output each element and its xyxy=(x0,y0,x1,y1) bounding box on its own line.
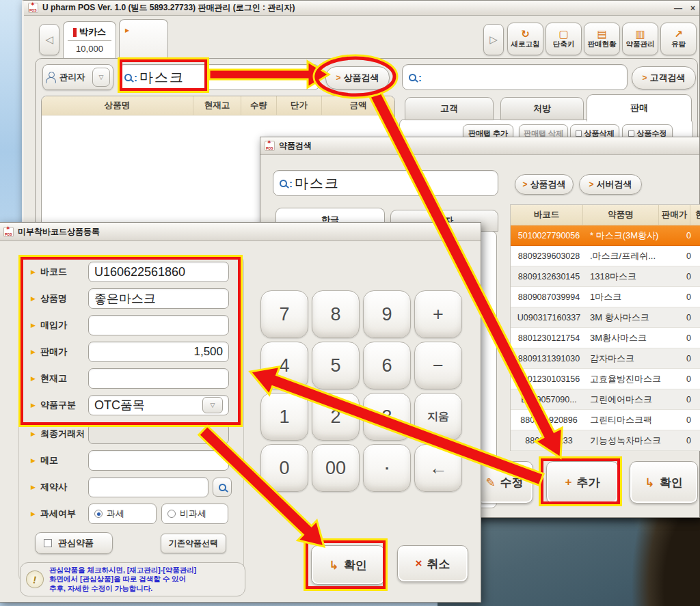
tab-nav-left-button[interactable]: ◁ xyxy=(39,24,59,55)
field-row-8: ▶메모 xyxy=(31,450,237,471)
pharma-search-button[interactable] xyxy=(213,478,232,497)
customer-search-input[interactable]: : xyxy=(402,64,628,90)
drug-search-input[interactable]: : 마스크 xyxy=(273,170,498,196)
chevron-down-icon[interactable]: ▽ xyxy=(92,68,110,87)
drug-list-row[interactable]: 88090870399941마스크0 xyxy=(511,287,700,307)
search-colon: : xyxy=(289,178,293,189)
drug-name: 3M황사마스크 xyxy=(587,332,668,344)
drug-manage-button[interactable]: ▥약품관리 xyxy=(622,23,658,55)
drug-dialog-title-bar: 약품검색 xyxy=(260,137,699,155)
edit-button[interactable]: ✎수정 xyxy=(476,461,533,504)
product-search-button[interactable]: > 상품검색 xyxy=(325,66,390,89)
footer-button-label: 추가 xyxy=(576,475,600,491)
keypad-key-0[interactable]: 0 xyxy=(260,444,308,492)
drug-list-row[interactable]: 8809134233기능성녹차마스크0 xyxy=(511,430,700,451)
field-input[interactable]: U160622561860 xyxy=(88,262,229,282)
drug-barcode: 5010027790056 xyxy=(511,231,587,240)
drug-list-row[interactable]: 8809239603028.마스크/프레쉬...0 xyxy=(511,246,700,266)
field-input[interactable]: 좋은마스크 xyxy=(88,288,229,309)
field-input[interactable] xyxy=(88,424,229,444)
tab-red-bar xyxy=(73,28,77,37)
desktop: U pharm POS Ver. 1.0 (빌드 5893.27733) 판매관… xyxy=(0,0,700,606)
arrow-right-icon: ▷ xyxy=(489,33,498,46)
field-label: 판매가 xyxy=(40,346,88,358)
minimize-button[interactable]: — xyxy=(674,3,682,13)
drug-list-row[interactable]: U0903171603373M 황사마스크0 xyxy=(511,307,700,328)
drug-list-row[interactable]: 88091326301451318마스크0 xyxy=(511,266,700,287)
keypad-key-▪[interactable]: ▪ xyxy=(363,444,411,492)
keypad-key-←[interactable]: ← xyxy=(414,444,462,492)
shortcut-button[interactable]: ▢단축키 xyxy=(546,23,582,55)
field-input[interactable]: OTC품목▽ xyxy=(88,395,229,415)
field-row-10: ▶과세여부과세비과세 xyxy=(31,504,237,524)
drug-name: 1318마스크 xyxy=(587,271,668,283)
drug-list-row[interactable]: 88012301217543M황사마스크0 xyxy=(511,328,700,348)
tab-nav-right-button[interactable]: ▷ xyxy=(483,24,504,55)
customer-search-button[interactable]: > 고객검색 xyxy=(632,66,696,89)
edit-icon: ✎ xyxy=(485,476,495,490)
drug-price: 0 xyxy=(668,333,699,343)
drug-list-row[interactable]: E809057090...그린에어마스크0 xyxy=(511,389,700,410)
sales-report-icon: ▤ xyxy=(597,29,606,39)
radio-icon xyxy=(94,510,103,518)
product-search-input[interactable]: : 마스크 xyxy=(118,64,320,90)
field-row-3: ▶매입가 xyxy=(31,315,237,335)
keypad-key-3[interactable]: 3 xyxy=(363,393,411,441)
toolbar: ↻새로고침▢단축키▤판매현황▥약품관리↗유팜 xyxy=(507,23,697,55)
radio-taxable[interactable]: 과세 xyxy=(88,504,157,524)
keypad-key-9[interactable]: 9 xyxy=(363,290,411,338)
drug-barcode: 880941920896 xyxy=(511,415,587,425)
field-label: 상품명 xyxy=(40,292,88,305)
interest-drug-checkbox[interactable]: 관심약품 xyxy=(35,532,113,554)
sales-report-button[interactable]: ▤판매현황 xyxy=(584,23,620,55)
footer-button-label: 수정 xyxy=(500,475,524,491)
drug-list-row[interactable]: 8801230103156고효율방진마스크0 xyxy=(511,369,700,389)
keypad-key-7[interactable]: 7 xyxy=(260,290,308,338)
refresh-button[interactable]: ↻새로고침 xyxy=(507,23,543,55)
tab-sales[interactable]: 판매 xyxy=(587,94,692,122)
field-label: 과세여부 xyxy=(40,508,88,520)
drug-list-row[interactable]: 880941920896그린티마스크팩0 xyxy=(511,410,700,430)
keypad-key-−[interactable]: − xyxy=(414,342,462,389)
sale-tab-new[interactable]: ▶ xyxy=(119,19,168,61)
field-input[interactable] xyxy=(88,315,229,335)
field-input[interactable] xyxy=(88,477,208,497)
register-confirm-button[interactable]: ↳ 확인 xyxy=(311,545,385,585)
register-cancel-label: 취소 xyxy=(427,556,450,572)
sale-tab-bacchus[interactable]: 박카스 10,000 xyxy=(63,21,116,61)
arrow-left-icon: ◁ xyxy=(45,33,53,46)
keypad-key-00[interactable]: 00 xyxy=(312,444,360,492)
field-input[interactable] xyxy=(88,450,229,471)
drug-confirm-button[interactable]: ↳확인 xyxy=(630,461,698,504)
chevron-down-icon[interactable]: ▽ xyxy=(202,397,223,413)
keypad-key-5[interactable]: 5 xyxy=(312,342,360,389)
dialog-product-search-button[interactable]: > 상품검색 xyxy=(515,174,574,195)
field-label: 메모 xyxy=(40,454,88,467)
drug-name: 그린티마스크팩 xyxy=(587,414,668,426)
user-select[interactable]: 관리자 ▽ xyxy=(42,64,113,90)
keypad-key-4[interactable]: 4 xyxy=(260,342,308,389)
drug-list-row[interactable]: 8809131391030감자마스크0 xyxy=(511,348,700,369)
search-icon xyxy=(219,484,226,491)
server-search-button[interactable]: > 서버검색 xyxy=(579,174,642,195)
upharm-share-button[interactable]: ↗유팜 xyxy=(660,23,697,55)
keypad-key-지움[interactable]: 지움 xyxy=(414,393,462,441)
keypad-key-8[interactable]: 8 xyxy=(312,290,360,338)
keypad-key-2[interactable]: 2 xyxy=(312,393,360,441)
keypad-key-1[interactable]: 1 xyxy=(260,393,308,441)
checkbox-icon xyxy=(44,539,52,547)
keypad-key-6[interactable]: 6 xyxy=(363,342,411,389)
drug-list-row[interactable]: 5010027790056* 마스크(3M황사)0 xyxy=(511,225,700,246)
existing-drug-select-button[interactable]: 기존약품선택 xyxy=(161,534,226,553)
field-input[interactable]: 1,500 xyxy=(88,342,229,362)
tab-customer[interactable]: 고객 xyxy=(405,97,494,120)
register-cancel-button[interactable]: × 취소 xyxy=(397,545,468,582)
tab-prescription[interactable]: 처방 xyxy=(500,97,584,120)
drug-manage-icon: ▥ xyxy=(635,29,645,39)
close-button[interactable]: × xyxy=(690,3,695,13)
dialog-product-search-label: 상품검색 xyxy=(530,178,566,191)
radio-tax-free[interactable]: 비과세 xyxy=(161,504,228,524)
field-input[interactable] xyxy=(88,368,229,389)
keypad-key-+[interactable]: + xyxy=(414,290,462,338)
add-button[interactable]: +추가 xyxy=(546,461,619,504)
